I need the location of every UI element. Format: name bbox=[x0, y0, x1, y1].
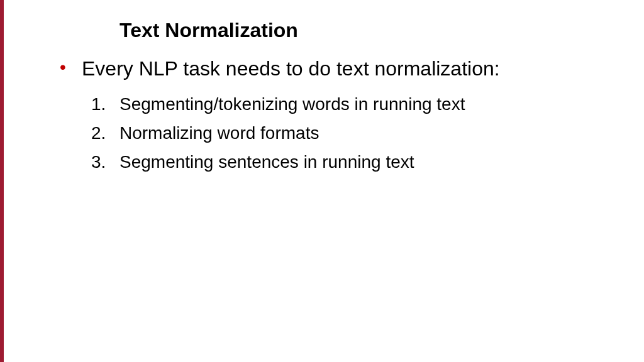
bullet-text: Every NLP task needs to do text normaliz… bbox=[82, 57, 500, 80]
left-accent-bar bbox=[0, 0, 4, 362]
numbered-item-1: 1. Segmenting/tokenizing words in runnin… bbox=[31, 91, 619, 118]
bullet-item: • Every NLP task needs to do text normal… bbox=[31, 56, 619, 82]
slide-title: Text Normalization bbox=[119, 19, 619, 42]
bullet-list: • Every NLP task needs to do text normal… bbox=[31, 56, 619, 82]
numbered-list: 1. Segmenting/tokenizing words in runnin… bbox=[31, 91, 619, 175]
slide-content: Text Normalization • Every NLP task need… bbox=[0, 0, 644, 197]
number-marker: 2. bbox=[91, 120, 106, 146]
bullet-marker-icon: • bbox=[60, 56, 66, 79]
numbered-text: Normalizing word formats bbox=[119, 123, 319, 143]
numbered-text: Segmenting/tokenizing words in running t… bbox=[119, 94, 465, 114]
number-marker: 3. bbox=[91, 149, 106, 175]
numbered-item-2: 2. Normalizing word formats bbox=[31, 120, 619, 146]
numbered-text: Segmenting sentences in running text bbox=[119, 152, 414, 172]
number-marker: 1. bbox=[91, 91, 106, 118]
numbered-item-3: 3. Segmenting sentences in running text bbox=[31, 149, 619, 175]
